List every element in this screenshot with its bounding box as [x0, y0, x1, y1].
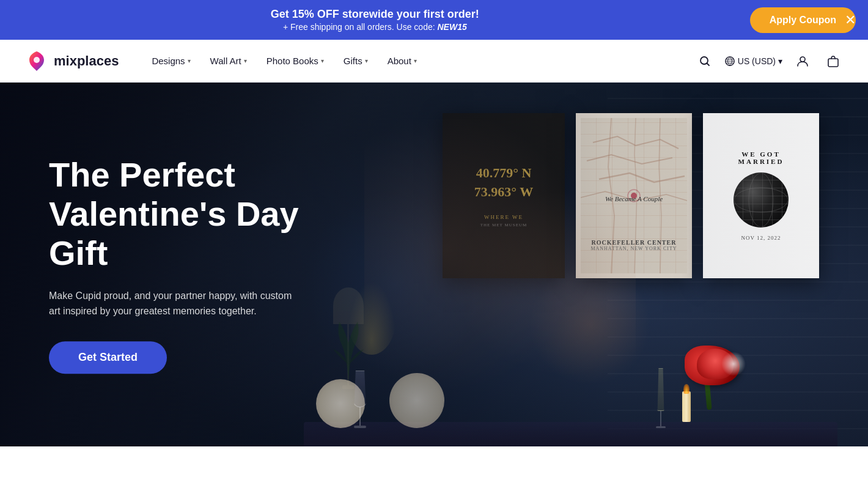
banner-sub-text: + Free shipping on all orders. Use code:…: [12, 22, 738, 32]
logo-link[interactable]: mixplaces: [24, 49, 119, 73]
banner-close-button[interactable]: ✕: [845, 13, 856, 27]
hero-section: 40.779° N73.963° W WHERE WE THE MET MUSE…: [0, 83, 868, 446]
globe-icon: [724, 56, 735, 67]
chevron-down-icon: ▾: [778, 56, 782, 66]
user-icon: [796, 54, 809, 68]
search-button[interactable]: [695, 51, 715, 71]
currency-selector[interactable]: US (USD) ▾: [724, 56, 782, 67]
banner-main-text: Get 15% OFF storewide your first order!: [12, 8, 738, 21]
wine-glass-right: [655, 368, 666, 428]
roses-bouquet: [679, 349, 746, 410]
apply-coupon-button[interactable]: Apply Coupon: [750, 7, 856, 33]
nav-item-about[interactable]: About ▾: [379, 51, 425, 71]
promotional-banner: Get 15% OFF storewide your first order! …: [0, 0, 868, 40]
hero-subtitle: Make Cupid proud, and your partner happy…: [49, 288, 293, 319]
logo-text: mixplaces: [54, 53, 119, 69]
nav-links: Designs ▾ Wall Art ▾ Photo Books ▾ Gifts…: [143, 51, 694, 71]
svg-point-0: [34, 57, 40, 63]
nav-item-designs[interactable]: Designs ▾: [143, 51, 199, 71]
chevron-down-icon: ▾: [244, 57, 247, 64]
logo-icon: [24, 49, 49, 73]
wine-glass-left: [353, 371, 367, 428]
hero-content: The Perfect Valentine's Day Gift Make Cu…: [49, 155, 355, 374]
search-icon: [699, 55, 711, 67]
cart-button[interactable]: [823, 51, 844, 72]
chevron-down-icon: ▾: [365, 57, 368, 64]
bag-icon: [826, 54, 840, 68]
navbar: mixplaces Designs ▾ Wall Art ▾ Photo Boo…: [0, 40, 868, 83]
nav-item-gifts[interactable]: Gifts ▾: [335, 51, 377, 71]
chevron-down-icon: ▾: [321, 57, 324, 64]
svg-rect-4: [828, 59, 838, 67]
table-decoration: [304, 336, 837, 446]
coupon-code: NEW15: [437, 22, 466, 32]
nav-item-wall-art[interactable]: Wall Art ▾: [202, 51, 256, 71]
svg-point-3: [800, 57, 805, 62]
get-started-button[interactable]: Get Started: [49, 341, 167, 374]
nav-actions: US (USD) ▾: [695, 51, 844, 72]
account-button[interactable]: [792, 51, 813, 72]
nav-item-photo-books[interactable]: Photo Books ▾: [258, 51, 333, 71]
chevron-down-icon: ▾: [188, 57, 191, 64]
banner-text: Get 15% OFF storewide your first order! …: [12, 8, 738, 32]
hero-title: The Perfect Valentine's Day Gift: [49, 155, 355, 273]
chevron-down-icon: ▾: [414, 57, 417, 64]
